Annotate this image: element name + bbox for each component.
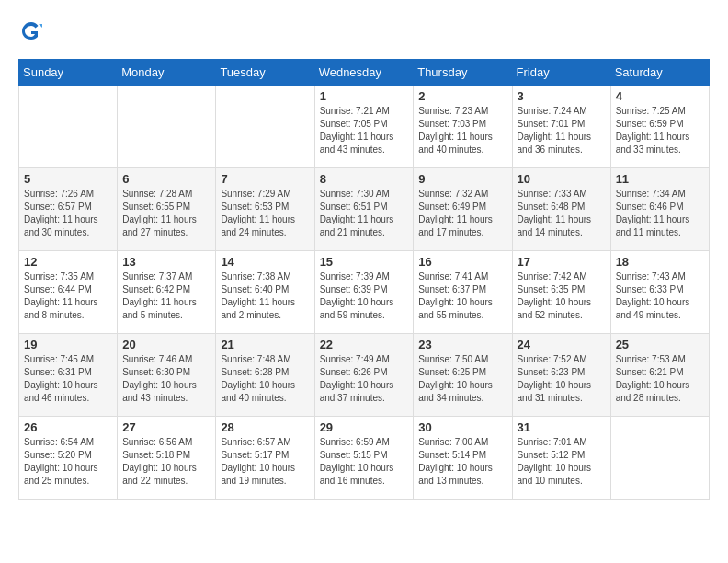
day-info: Sunrise: 7:29 AM Sunset: 6:53 PM Dayligh… (221, 188, 309, 239)
calendar-cell: 16Sunrise: 7:41 AM Sunset: 6:37 PM Dayli… (414, 251, 512, 334)
day-info: Sunrise: 7:24 AM Sunset: 7:01 PM Dayligh… (518, 105, 606, 156)
day-number: 11 (616, 172, 704, 186)
calendar-cell: 8Sunrise: 7:30 AM Sunset: 6:51 PM Daylig… (314, 168, 414, 251)
calendar-cell: 27Sunrise: 6:56 AM Sunset: 5:18 PM Dayli… (118, 417, 216, 500)
day-number: 1 (320, 89, 409, 103)
calendar-cell: 28Sunrise: 6:57 AM Sunset: 5:17 PM Dayli… (216, 417, 314, 500)
calendar-week-row: 5Sunrise: 7:26 AM Sunset: 6:57 PM Daylig… (19, 168, 710, 251)
day-number: 21 (221, 338, 309, 351)
day-info: Sunrise: 7:00 AM Sunset: 5:14 PM Dayligh… (418, 436, 506, 488)
calendar-cell: 31Sunrise: 7:01 AM Sunset: 5:12 PM Dayli… (512, 417, 610, 500)
weekday-header: Wednesday (314, 60, 414, 86)
day-info: Sunrise: 7:34 AM Sunset: 6:46 PM Dayligh… (616, 188, 704, 239)
calendar-week-row: 26Sunrise: 6:54 AM Sunset: 5:20 PM Dayli… (19, 417, 710, 500)
day-number: 27 (122, 420, 210, 434)
day-number: 17 (518, 255, 606, 269)
calendar-cell: 13Sunrise: 7:37 AM Sunset: 6:42 PM Dayli… (118, 251, 216, 334)
day-info: Sunrise: 7:33 AM Sunset: 6:48 PM Dayligh… (518, 188, 606, 239)
day-number: 31 (518, 420, 606, 434)
calendar-cell: 19Sunrise: 7:45 AM Sunset: 6:31 PM Dayli… (19, 334, 118, 417)
weekday-header: Tuesday (216, 60, 314, 86)
day-info: Sunrise: 7:38 AM Sunset: 6:40 PM Dayligh… (221, 270, 309, 322)
calendar-cell (118, 86, 216, 168)
day-number: 5 (24, 172, 112, 186)
day-info: Sunrise: 6:56 AM Sunset: 5:18 PM Dayligh… (122, 436, 210, 488)
day-info: Sunrise: 7:45 AM Sunset: 6:31 PM Dayligh… (24, 353, 112, 405)
day-info: Sunrise: 7:50 AM Sunset: 6:25 PM Dayligh… (418, 353, 506, 405)
day-number: 22 (320, 338, 409, 351)
calendar-cell: 12Sunrise: 7:35 AM Sunset: 6:44 PM Dayli… (19, 251, 118, 334)
calendar-cell: 9Sunrise: 7:32 AM Sunset: 6:49 PM Daylig… (414, 168, 512, 251)
day-info: Sunrise: 6:54 AM Sunset: 5:20 PM Dayligh… (24, 436, 112, 488)
day-info: Sunrise: 7:52 AM Sunset: 6:23 PM Dayligh… (518, 353, 606, 405)
day-info: Sunrise: 7:21 AM Sunset: 7:05 PM Dayligh… (320, 105, 409, 156)
calendar-cell: 21Sunrise: 7:48 AM Sunset: 6:28 PM Dayli… (216, 334, 314, 417)
calendar-table: SundayMondayTuesdayWednesdayThursdayFrid… (18, 59, 710, 500)
day-info: Sunrise: 7:28 AM Sunset: 6:55 PM Dayligh… (122, 188, 210, 239)
calendar-cell: 18Sunrise: 7:43 AM Sunset: 6:33 PM Dayli… (610, 251, 709, 334)
weekday-header: Friday (512, 60, 610, 86)
day-info: Sunrise: 7:53 AM Sunset: 6:21 PM Dayligh… (616, 353, 704, 405)
calendar-cell (216, 86, 314, 168)
calendar-cell: 14Sunrise: 7:38 AM Sunset: 6:40 PM Dayli… (216, 251, 314, 334)
calendar-week-row: 1Sunrise: 7:21 AM Sunset: 7:05 PM Daylig… (19, 86, 710, 168)
weekday-header: Saturday (610, 60, 709, 86)
day-info: Sunrise: 7:01 AM Sunset: 5:12 PM Dayligh… (518, 436, 606, 488)
day-number: 10 (518, 172, 606, 186)
calendar-cell: 3Sunrise: 7:24 AM Sunset: 7:01 PM Daylig… (512, 86, 610, 168)
day-info: Sunrise: 7:25 AM Sunset: 6:59 PM Dayligh… (616, 105, 704, 156)
day-info: Sunrise: 7:30 AM Sunset: 6:51 PM Dayligh… (320, 188, 409, 239)
day-number: 7 (221, 172, 309, 186)
calendar-cell: 4Sunrise: 7:25 AM Sunset: 6:59 PM Daylig… (610, 86, 709, 168)
day-number: 19 (24, 338, 112, 351)
calendar-cell: 23Sunrise: 7:50 AM Sunset: 6:25 PM Dayli… (414, 334, 512, 417)
calendar-cell: 22Sunrise: 7:49 AM Sunset: 6:26 PM Dayli… (314, 334, 414, 417)
day-number: 26 (24, 420, 112, 434)
day-info: Sunrise: 7:49 AM Sunset: 6:26 PM Dayligh… (320, 353, 409, 405)
calendar-cell: 17Sunrise: 7:42 AM Sunset: 6:35 PM Dayli… (512, 251, 610, 334)
day-number: 2 (418, 89, 506, 103)
day-number: 30 (418, 420, 506, 434)
day-number: 13 (122, 255, 210, 269)
day-number: 4 (616, 89, 704, 103)
day-info: Sunrise: 7:43 AM Sunset: 6:33 PM Dayligh… (616, 270, 704, 322)
day-info: Sunrise: 7:37 AM Sunset: 6:42 PM Dayligh… (122, 270, 210, 322)
calendar-cell: 11Sunrise: 7:34 AM Sunset: 6:46 PM Dayli… (610, 168, 709, 251)
day-info: Sunrise: 7:39 AM Sunset: 6:39 PM Dayligh… (320, 270, 409, 322)
day-number: 15 (320, 255, 409, 269)
calendar-cell (610, 417, 709, 500)
day-info: Sunrise: 7:32 AM Sunset: 6:49 PM Dayligh… (418, 188, 506, 239)
calendar-cell: 15Sunrise: 7:39 AM Sunset: 6:39 PM Dayli… (314, 251, 414, 334)
weekday-header-row: SundayMondayTuesdayWednesdayThursdayFrid… (19, 60, 710, 86)
weekday-header: Thursday (414, 60, 512, 86)
day-number: 9 (418, 172, 506, 186)
logo-icon (18, 18, 44, 44)
day-number: 25 (616, 338, 704, 351)
day-info: Sunrise: 7:26 AM Sunset: 6:57 PM Dayligh… (24, 188, 112, 239)
day-number: 3 (518, 89, 606, 103)
day-number: 14 (221, 255, 309, 269)
day-info: Sunrise: 6:57 AM Sunset: 5:17 PM Dayligh… (221, 436, 309, 488)
calendar-cell: 1Sunrise: 7:21 AM Sunset: 7:05 PM Daylig… (314, 86, 414, 168)
logo (18, 18, 48, 44)
day-number: 20 (122, 338, 210, 351)
weekday-header: Monday (118, 60, 216, 86)
calendar-cell: 2Sunrise: 7:23 AM Sunset: 7:03 PM Daylig… (414, 86, 512, 168)
day-number: 23 (418, 338, 506, 351)
calendar-cell: 20Sunrise: 7:46 AM Sunset: 6:30 PM Dayli… (118, 334, 216, 417)
weekday-header: Sunday (19, 60, 118, 86)
day-info: Sunrise: 7:23 AM Sunset: 7:03 PM Dayligh… (418, 105, 506, 156)
page-header (18, 18, 710, 44)
day-number: 6 (122, 172, 210, 186)
calendar-cell: 29Sunrise: 6:59 AM Sunset: 5:15 PM Dayli… (314, 417, 414, 500)
calendar-cell: 5Sunrise: 7:26 AM Sunset: 6:57 PM Daylig… (19, 168, 118, 251)
day-info: Sunrise: 7:46 AM Sunset: 6:30 PM Dayligh… (122, 353, 210, 405)
day-number: 29 (320, 420, 409, 434)
calendar-cell: 30Sunrise: 7:00 AM Sunset: 5:14 PM Dayli… (414, 417, 512, 500)
day-number: 24 (518, 338, 606, 351)
calendar-cell: 24Sunrise: 7:52 AM Sunset: 6:23 PM Dayli… (512, 334, 610, 417)
day-info: Sunrise: 7:48 AM Sunset: 6:28 PM Dayligh… (221, 353, 309, 405)
day-number: 18 (616, 255, 704, 269)
day-number: 12 (24, 255, 112, 269)
calendar-week-row: 19Sunrise: 7:45 AM Sunset: 6:31 PM Dayli… (19, 334, 710, 417)
